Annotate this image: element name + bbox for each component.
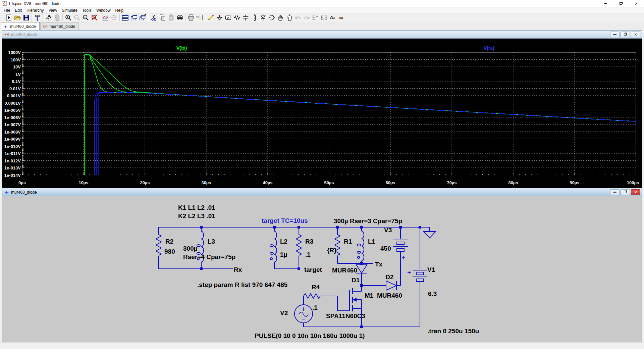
menu-file[interactable]: File (1, 8, 12, 13)
capacitor-button[interactable] (241, 14, 250, 22)
schematic-text[interactable]: 300µ (183, 245, 198, 252)
save-button[interactable] (22, 14, 31, 22)
menu-tools[interactable]: Tools (80, 8, 94, 13)
app-restore-button[interactable] (613, 0, 629, 7)
zoom-out-button[interactable] (81, 14, 90, 22)
schematic-text[interactable]: 980 (164, 248, 175, 255)
schematic-window-titlebar[interactable]: mur460_diode × (2, 188, 642, 196)
schematic-text[interactable]: 6.3 (428, 290, 437, 297)
schematic-text[interactable]: {R} (327, 247, 337, 254)
mosfet-M1[interactable] (350, 286, 362, 327)
schematic-text[interactable]: 1µ (280, 251, 287, 258)
schematic-text[interactable]: L2 (280, 238, 287, 245)
schematic-text[interactable]: V3 (384, 227, 392, 234)
schematic-text[interactable]: target TC=10us (262, 217, 308, 224)
zoom-in-button[interactable] (64, 14, 72, 22)
schematic-text[interactable]: .step param R list 970 647 485 (197, 281, 288, 288)
resistor-button[interactable] (232, 14, 241, 22)
schematic-text[interactable]: SPA11N60C3 (326, 312, 365, 319)
menu-view[interactable]: View (46, 8, 59, 13)
trace-label-vtx[interactable]: V(tx) (176, 45, 187, 51)
trace-label-vrx[interactable]: V(rx) (484, 45, 494, 51)
waveform-minimize-button[interactable] (610, 32, 620, 37)
schematic-text[interactable]: K2 L2 L3 .01 (178, 212, 215, 219)
schematic-text[interactable]: .tran 0 250u 150u (427, 328, 479, 335)
voltage-source-V1[interactable] (408, 270, 427, 282)
schematic-text[interactable]: R2 (165, 238, 173, 245)
menu-simulate[interactable]: Simulate (59, 8, 80, 13)
schematic-text[interactable]: MUR460 (332, 267, 357, 274)
inductor-L1[interactable] (357, 231, 364, 261)
waveform-restore-button[interactable] (621, 32, 630, 37)
inductor-button[interactable] (250, 14, 259, 22)
resistor-R3[interactable] (296, 235, 302, 255)
net-label-button[interactable] (224, 14, 232, 22)
ground-button[interactable] (215, 14, 224, 22)
waveform-close-button[interactable]: × (631, 32, 640, 37)
resistor-R2[interactable] (156, 235, 161, 255)
schematic-text[interactable]: M1 (365, 292, 374, 299)
menu-window[interactable]: Window (94, 8, 113, 13)
schematic-text[interactable]: D1 (352, 277, 360, 284)
open-button[interactable] (13, 14, 22, 22)
schematic-minimize-button[interactable] (610, 189, 620, 195)
control-panel-button[interactable] (33, 14, 42, 22)
schematic-close-button[interactable]: × (631, 189, 640, 195)
schematic-text[interactable]: D2 (385, 273, 393, 281)
app-minimize-button[interactable] (598, 0, 613, 7)
copy-button[interactable] (158, 14, 167, 22)
spice-directive-button[interactable] (337, 14, 346, 22)
app-close-button[interactable]: × (629, 0, 644, 7)
schematic-text[interactable]: R3 (305, 238, 313, 245)
schematic-text[interactable]: MUR460 (377, 292, 402, 299)
schematic-text[interactable]: .1 (305, 251, 311, 258)
schematic-text[interactable]: R4 (312, 284, 320, 291)
schematic-text[interactable]: L3 (208, 238, 215, 245)
component-button[interactable] (267, 14, 276, 22)
waveform-window-titlebar[interactable]: mur460_diode × (2, 31, 642, 39)
menu-edit[interactable]: Edit (12, 8, 24, 13)
menu-hierarchy[interactable]: Hierarchy (24, 8, 46, 13)
move-button[interactable] (276, 14, 285, 22)
schematic-text[interactable]: V1 (427, 266, 435, 273)
schematic-text[interactable]: Rser=4 Cpar=75p (183, 253, 235, 260)
schematic-text[interactable]: 450 (380, 245, 391, 252)
tab-waveform-mur460_diode[interactable]: mur460_diode (40, 22, 79, 30)
print-button[interactable] (186, 14, 195, 22)
schematic-text[interactable]: .1 (312, 304, 318, 311)
cascade-windows-button[interactable] (129, 14, 138, 22)
ground-symbol[interactable] (424, 232, 436, 238)
cut-button[interactable] (149, 14, 158, 22)
menu-help[interactable]: Help (113, 8, 126, 13)
schematic-restore-button[interactable] (621, 189, 630, 195)
schematic-text[interactable]: L1 (368, 238, 376, 245)
find-button[interactable] (175, 14, 184, 22)
diode-button[interactable] (259, 14, 267, 22)
schematic-text[interactable]: PULSE(0 10 0 10n 10n 160u 1000u 1) (255, 332, 365, 339)
diode-D1[interactable] (356, 265, 367, 273)
inductor-L2[interactable] (270, 231, 277, 262)
print-preview-button[interactable] (195, 14, 204, 22)
autorange-y-button[interactable] (101, 14, 110, 22)
cascade-new-button[interactable] (138, 14, 147, 22)
tab-schematic-mur460_diode[interactable]: mur460_diode (1, 22, 40, 30)
diode-D2[interactable] (386, 281, 396, 290)
schematic-text[interactable]: 300µ Rser=3 Cpar=75p (334, 217, 402, 225)
edit-pencil-button[interactable] (206, 14, 215, 22)
run-button[interactable] (4, 14, 13, 22)
drag-button[interactable] (285, 14, 293, 22)
zoom-full-extents-button[interactable] (90, 14, 99, 22)
schematic-text[interactable]: Rx (234, 266, 242, 273)
tile-windows-button[interactable] (121, 14, 129, 22)
schematic-text[interactable]: V2 (280, 309, 288, 316)
schematic-canvas[interactable]: K1 L1 L2 .01K2 L2 L3 .01target TC=10us30… (2, 196, 642, 342)
schematic-text[interactable]: K1 L1 L2 .01 (178, 204, 215, 211)
schematic-text[interactable]: R1 (344, 238, 352, 245)
text-button[interactable] (328, 14, 337, 22)
schematic-text[interactable]: target (304, 266, 322, 273)
schematic-text[interactable]: Tx (375, 261, 383, 268)
voltage-source-V2[interactable] (294, 305, 313, 323)
resistor-R4[interactable] (304, 294, 320, 298)
run-simulation-button[interactable] (44, 14, 53, 22)
waveform-plot-area[interactable]: 1000V100V10V1V0.1V0.01V0.001V0.0001V1e-0… (2, 39, 642, 188)
